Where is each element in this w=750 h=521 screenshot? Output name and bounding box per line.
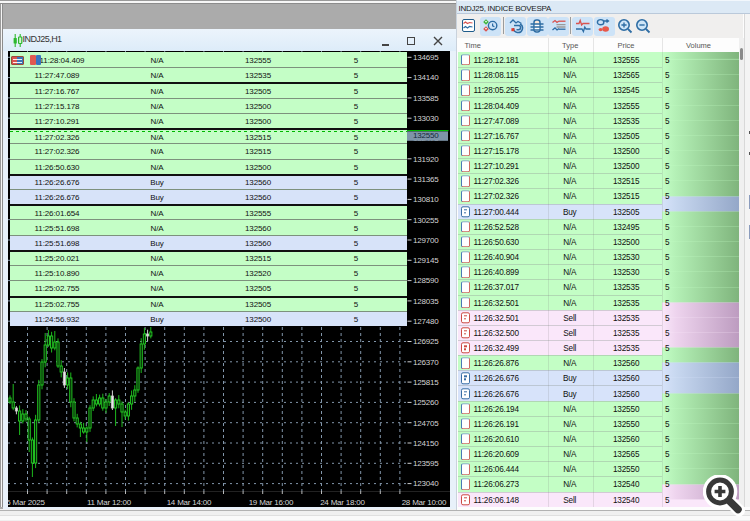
svg-text:129145: 129145 bbox=[413, 256, 439, 265]
svg-text:131920: 131920 bbox=[413, 155, 439, 164]
svg-text:133030: 133030 bbox=[413, 114, 439, 123]
svg-text:134695: 134695 bbox=[413, 53, 439, 62]
svg-text:28 Mar 10:00: 28 Mar 10:00 bbox=[402, 498, 447, 507]
svg-text:124150: 124150 bbox=[413, 439, 439, 448]
svg-text:129700: 129700 bbox=[413, 236, 439, 245]
svg-text:128035: 128035 bbox=[413, 297, 439, 306]
svg-text:125815: 125815 bbox=[413, 378, 439, 387]
svg-text:124705: 124705 bbox=[413, 419, 439, 428]
svg-text:126370: 126370 bbox=[413, 358, 439, 367]
svg-text:125260: 125260 bbox=[413, 398, 439, 407]
svg-text:6 Mar 2025: 6 Mar 2025 bbox=[8, 498, 45, 507]
svg-text:126925: 126925 bbox=[413, 337, 439, 346]
svg-text:130810: 130810 bbox=[413, 195, 439, 204]
svg-text:134140: 134140 bbox=[413, 73, 439, 82]
svg-text:131365: 131365 bbox=[413, 175, 439, 184]
svg-text:11 Mar 12:00: 11 Mar 12:00 bbox=[87, 498, 132, 507]
svg-text:24 Mar 18:00: 24 Mar 18:00 bbox=[320, 498, 365, 507]
svg-text:128590: 128590 bbox=[413, 276, 439, 285]
svg-text:130255: 130255 bbox=[413, 216, 439, 225]
svg-text:132550: 132550 bbox=[413, 131, 439, 140]
svg-text:123040: 123040 bbox=[413, 479, 439, 488]
svg-text:133585: 133585 bbox=[413, 94, 439, 103]
svg-text:19 Mar 16:00: 19 Mar 16:00 bbox=[249, 498, 294, 507]
svg-text:123595: 123595 bbox=[413, 459, 439, 468]
svg-text:14 Mar 14:00: 14 Mar 14:00 bbox=[167, 498, 212, 507]
svg-text:127480: 127480 bbox=[413, 317, 439, 326]
